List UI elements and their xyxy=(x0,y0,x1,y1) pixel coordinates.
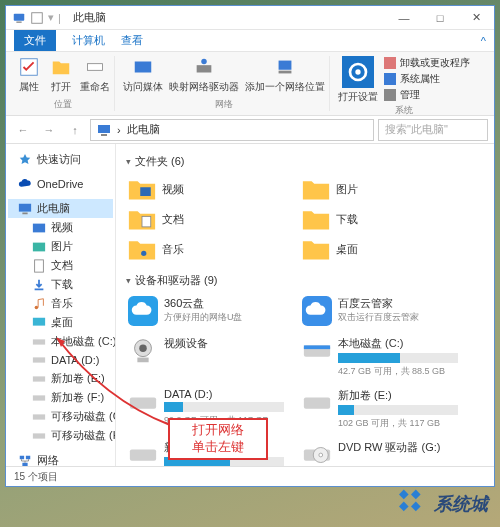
star-icon xyxy=(18,153,32,167)
ribbon-toggle[interactable]: ^ xyxy=(481,35,486,47)
drive-icon xyxy=(32,410,46,424)
ribbon-addnet[interactable]: 添加一个网络位置 xyxy=(245,56,325,94)
brand-logo: 系统城 xyxy=(394,487,488,521)
svg-rect-14 xyxy=(384,73,396,85)
svg-rect-31 xyxy=(20,455,24,459)
svg-rect-47 xyxy=(130,397,156,408)
address-bar: ← → ↑ ›此电脑 搜索"此电脑" xyxy=(6,116,494,144)
ribbon-open[interactable]: 打开 xyxy=(48,56,74,94)
folder-icon xyxy=(302,177,330,201)
section-folders[interactable]: 文件夹 (6) xyxy=(126,154,484,169)
drive-360[interactable]: 360云盘方便好用的网络U盘 xyxy=(126,294,286,328)
nav-pictures[interactable]: 图片 xyxy=(8,237,113,256)
svg-rect-8 xyxy=(279,61,292,70)
drive-c[interactable]: 本地磁盘 (C:)42.7 GB 可用，共 88.5 GB xyxy=(300,334,460,380)
watermark-url: www.xitongcheng.com xyxy=(364,470,482,479)
svg-point-52 xyxy=(319,453,323,457)
svg-rect-38 xyxy=(142,216,151,227)
nav-drive-c[interactable]: 本地磁盘 (C:) xyxy=(8,332,113,351)
nav-thispc[interactable]: 此电脑 xyxy=(8,199,113,218)
svg-rect-6 xyxy=(197,65,212,72)
nav-quick[interactable]: 快速访问 xyxy=(8,150,113,169)
drive-videodev[interactable]: 视频设备 xyxy=(126,334,286,380)
folder-videos[interactable]: 视频 xyxy=(126,175,276,203)
svg-point-23 xyxy=(35,305,39,309)
maximize-button[interactable]: □ xyxy=(422,6,458,30)
ribbon-manage[interactable]: 管理 xyxy=(384,88,470,102)
cloud-icon xyxy=(128,296,158,326)
nav-music[interactable]: 音乐 xyxy=(8,294,113,313)
svg-rect-9 xyxy=(279,71,292,74)
tab-view[interactable]: 查看 xyxy=(121,33,143,48)
svg-rect-28 xyxy=(33,395,45,400)
nav-fwd[interactable]: → xyxy=(38,119,60,141)
nav-onedrive[interactable]: OneDrive xyxy=(8,175,113,193)
svg-rect-55 xyxy=(411,502,421,512)
nav-desktop[interactable]: 桌面 xyxy=(8,313,113,332)
nav-drive-d[interactable]: DATA (D:) xyxy=(8,351,113,369)
nav-drive-g[interactable]: 可移动磁盘 (G:) xyxy=(8,407,113,426)
folder-icon xyxy=(128,177,156,201)
music-icon xyxy=(32,297,46,311)
svg-point-39 xyxy=(141,251,146,256)
folder-docs[interactable]: 文档 xyxy=(126,205,276,233)
nav-back[interactable]: ← xyxy=(12,119,34,141)
svg-rect-57 xyxy=(399,490,409,500)
network-icon xyxy=(18,454,32,467)
pc-icon xyxy=(18,202,32,216)
ribbon-uninstall[interactable]: 卸载或更改程序 xyxy=(384,56,470,70)
nav-docs[interactable]: 文档 xyxy=(8,256,113,275)
ribbon-settings[interactable]: 打开设置 xyxy=(338,56,378,104)
ribbon-mapnet[interactable]: 映射网络驱动器 xyxy=(169,56,239,94)
svg-rect-20 xyxy=(33,223,45,232)
svg-rect-49 xyxy=(130,449,156,460)
svg-point-12 xyxy=(355,69,360,74)
search-input[interactable]: 搜索"此电脑" xyxy=(378,119,488,141)
folder-desktop[interactable]: 桌面 xyxy=(300,235,450,263)
ribbon-media[interactable]: 访问媒体 xyxy=(123,56,163,94)
ribbon-sysprop[interactable]: 系统属性 xyxy=(384,72,470,86)
svg-rect-2 xyxy=(32,12,43,23)
drive-icon xyxy=(128,388,158,418)
drive-icon xyxy=(32,372,46,386)
nav-network[interactable]: 网络 xyxy=(8,451,113,466)
nav-downloads[interactable]: 下载 xyxy=(8,275,113,294)
nav-drive-f[interactable]: 新加卷 (F:) xyxy=(8,388,113,407)
nav-up[interactable]: ↑ xyxy=(64,119,86,141)
drive-e[interactable]: 新加卷 (E:)102 GB 可用，共 117 GB xyxy=(300,386,460,432)
svg-rect-26 xyxy=(33,357,45,362)
drive-icon xyxy=(32,391,46,405)
folder-pictures[interactable]: 图片 xyxy=(300,175,450,203)
titlebar: ▾ | 此电脑 — □ ✕ xyxy=(6,6,494,30)
qat-icon[interactable] xyxy=(30,11,44,25)
nav-drive-e[interactable]: 新加卷 (E:) xyxy=(8,369,113,388)
ribbon-properties[interactable]: 属性 xyxy=(16,56,42,94)
svg-point-7 xyxy=(201,59,207,65)
svg-rect-30 xyxy=(33,433,45,438)
svg-rect-4 xyxy=(88,64,103,71)
nav-videos[interactable]: 视频 xyxy=(8,218,113,237)
minimize-button[interactable]: — xyxy=(386,6,422,30)
manage-icon xyxy=(384,89,396,101)
drive-icon xyxy=(302,388,332,418)
svg-rect-32 xyxy=(26,455,30,459)
section-drives[interactable]: 设备和驱动器 (9) xyxy=(126,273,484,288)
tab-file[interactable]: 文件 xyxy=(14,30,56,51)
ribbon-rename[interactable]: 重命名 xyxy=(80,56,110,94)
uninstall-icon xyxy=(384,57,396,69)
tab-computer[interactable]: 计算机 xyxy=(72,33,105,48)
nav-drive-h[interactable]: 可移动磁盘 (H:) xyxy=(8,426,113,445)
folder-music[interactable]: 音乐 xyxy=(126,235,276,263)
sysprop-icon xyxy=(384,73,396,85)
path-box[interactable]: ›此电脑 xyxy=(90,119,374,141)
svg-rect-27 xyxy=(33,376,45,381)
drive-dvd[interactable]: DVD RW 驱动器 (G:) xyxy=(300,438,460,466)
doc-icon xyxy=(32,259,46,273)
drive-baidu[interactable]: 百度云管家双击运行百度云管家 xyxy=(300,294,460,328)
svg-rect-0 xyxy=(14,13,25,20)
drive-icon xyxy=(128,440,158,466)
svg-rect-29 xyxy=(33,414,45,419)
close-button[interactable]: ✕ xyxy=(458,6,494,30)
folder-downloads[interactable]: 下载 xyxy=(300,205,450,233)
svg-rect-37 xyxy=(140,187,151,196)
